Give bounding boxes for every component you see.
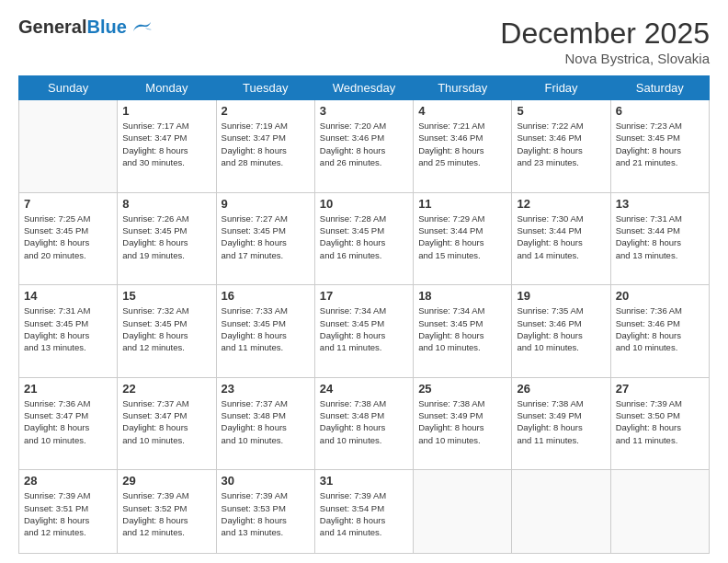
calendar-week-row: 28Sunrise: 7:39 AM Sunset: 3:51 PM Dayli… <box>19 470 710 554</box>
day-header-friday: Friday <box>512 76 610 100</box>
day-number: 29 <box>122 474 210 488</box>
cell-info: Sunrise: 7:38 AM Sunset: 3:49 PM Dayligh… <box>418 397 506 446</box>
logo-bird-icon <box>131 18 152 35</box>
cell-info: Sunrise: 7:39 AM Sunset: 3:51 PM Dayligh… <box>24 489 112 538</box>
calendar-cell: 8Sunrise: 7:26 AM Sunset: 3:45 PM Daylig… <box>118 192 216 285</box>
calendar-cell: 28Sunrise: 7:39 AM Sunset: 3:51 PM Dayli… <box>19 470 118 554</box>
calendar-cell: 15Sunrise: 7:32 AM Sunset: 3:45 PM Dayli… <box>118 285 216 378</box>
calendar-header-row: SundayMondayTuesdayWednesdayThursdayFrid… <box>19 76 710 100</box>
day-header-monday: Monday <box>118 76 216 100</box>
title-section: December 2025 Nova Bystrica, Slovakia <box>500 17 710 66</box>
day-number: 2 <box>222 104 310 118</box>
calendar-cell: 17Sunrise: 7:34 AM Sunset: 3:45 PM Dayli… <box>314 285 413 378</box>
logo: GeneralBlue <box>18 17 152 37</box>
calendar-cell: 3Sunrise: 7:20 AM Sunset: 3:46 PM Daylig… <box>314 100 413 193</box>
cell-info: Sunrise: 7:34 AM Sunset: 3:45 PM Dayligh… <box>418 304 506 353</box>
cell-info: Sunrise: 7:22 AM Sunset: 3:46 PM Dayligh… <box>517 120 605 168</box>
calendar-cell: 16Sunrise: 7:33 AM Sunset: 3:45 PM Dayli… <box>216 285 314 378</box>
day-number: 13 <box>616 197 704 211</box>
day-header-tuesday: Tuesday <box>216 76 314 100</box>
day-number: 18 <box>418 289 506 303</box>
calendar-cell <box>19 100 118 193</box>
calendar-cell: 29Sunrise: 7:39 AM Sunset: 3:52 PM Dayli… <box>118 470 216 554</box>
day-number: 5 <box>517 104 605 118</box>
logo-general: General <box>18 17 86 37</box>
cell-info: Sunrise: 7:36 AM Sunset: 3:46 PM Dayligh… <box>616 304 704 353</box>
day-number: 20 <box>616 289 704 303</box>
day-number: 27 <box>616 382 704 396</box>
cell-info: Sunrise: 7:31 AM Sunset: 3:45 PM Dayligh… <box>24 304 112 353</box>
cell-info: Sunrise: 7:38 AM Sunset: 3:48 PM Dayligh… <box>320 397 408 446</box>
calendar-cell: 12Sunrise: 7:30 AM Sunset: 3:44 PM Dayli… <box>512 192 610 285</box>
calendar-cell: 31Sunrise: 7:39 AM Sunset: 3:54 PM Dayli… <box>314 470 413 554</box>
calendar-cell: 9Sunrise: 7:27 AM Sunset: 3:45 PM Daylig… <box>216 192 314 285</box>
cell-info: Sunrise: 7:34 AM Sunset: 3:45 PM Dayligh… <box>320 304 408 353</box>
cell-info: Sunrise: 7:26 AM Sunset: 3:45 PM Dayligh… <box>122 213 210 261</box>
calendar-cell: 6Sunrise: 7:23 AM Sunset: 3:45 PM Daylig… <box>610 100 709 193</box>
calendar-cell: 19Sunrise: 7:35 AM Sunset: 3:46 PM Dayli… <box>512 285 610 378</box>
day-number: 28 <box>24 474 112 488</box>
day-header-sunday: Sunday <box>19 76 118 100</box>
cell-info: Sunrise: 7:37 AM Sunset: 3:47 PM Dayligh… <box>122 397 210 446</box>
day-number: 16 <box>222 289 310 303</box>
day-number: 22 <box>122 382 210 396</box>
day-number: 30 <box>222 474 310 488</box>
day-header-saturday: Saturday <box>610 76 709 100</box>
calendar-cell: 20Sunrise: 7:36 AM Sunset: 3:46 PM Dayli… <box>610 285 709 378</box>
page-container: GeneralBlue December 2025 Nova Bystrica,… <box>0 0 728 563</box>
day-number: 19 <box>517 289 605 303</box>
cell-info: Sunrise: 7:28 AM Sunset: 3:45 PM Dayligh… <box>320 213 408 261</box>
cell-info: Sunrise: 7:32 AM Sunset: 3:45 PM Dayligh… <box>122 304 210 353</box>
calendar-week-row: 7Sunrise: 7:25 AM Sunset: 3:45 PM Daylig… <box>19 192 710 285</box>
cell-info: Sunrise: 7:19 AM Sunset: 3:47 PM Dayligh… <box>222 120 310 168</box>
cell-info: Sunrise: 7:27 AM Sunset: 3:45 PM Dayligh… <box>222 213 310 261</box>
calendar-cell: 27Sunrise: 7:39 AM Sunset: 3:50 PM Dayli… <box>610 377 709 470</box>
calendar-week-row: 21Sunrise: 7:36 AM Sunset: 3:47 PM Dayli… <box>19 377 710 470</box>
day-number: 17 <box>320 289 408 303</box>
calendar-week-row: 1Sunrise: 7:17 AM Sunset: 3:47 PM Daylig… <box>19 100 710 193</box>
day-number: 1 <box>122 104 210 118</box>
calendar-cell: 18Sunrise: 7:34 AM Sunset: 3:45 PM Dayli… <box>414 285 512 378</box>
day-number: 10 <box>320 197 408 211</box>
location: Nova Bystrica, Slovakia <box>500 51 710 66</box>
calendar-cell: 23Sunrise: 7:37 AM Sunset: 3:48 PM Dayli… <box>216 377 314 470</box>
header: GeneralBlue December 2025 Nova Bystrica,… <box>18 17 710 66</box>
calendar-cell: 2Sunrise: 7:19 AM Sunset: 3:47 PM Daylig… <box>216 100 314 193</box>
day-number: 11 <box>418 197 506 211</box>
day-number: 25 <box>418 382 506 396</box>
day-number: 3 <box>320 104 408 118</box>
day-number: 8 <box>122 197 210 211</box>
day-number: 4 <box>418 104 506 118</box>
day-number: 21 <box>24 382 112 396</box>
calendar-cell: 7Sunrise: 7:25 AM Sunset: 3:45 PM Daylig… <box>19 192 118 285</box>
cell-info: Sunrise: 7:23 AM Sunset: 3:45 PM Dayligh… <box>616 120 704 168</box>
calendar-cell: 30Sunrise: 7:39 AM Sunset: 3:53 PM Dayli… <box>216 470 314 554</box>
cell-info: Sunrise: 7:20 AM Sunset: 3:46 PM Dayligh… <box>320 120 408 168</box>
cell-info: Sunrise: 7:21 AM Sunset: 3:46 PM Dayligh… <box>418 120 506 168</box>
cell-info: Sunrise: 7:38 AM Sunset: 3:49 PM Dayligh… <box>517 397 605 446</box>
cell-info: Sunrise: 7:31 AM Sunset: 3:44 PM Dayligh… <box>616 213 704 261</box>
cell-info: Sunrise: 7:39 AM Sunset: 3:54 PM Dayligh… <box>320 489 408 538</box>
calendar-cell <box>610 470 709 554</box>
cell-info: Sunrise: 7:29 AM Sunset: 3:44 PM Dayligh… <box>418 213 506 261</box>
logo-blue: Blue <box>86 17 126 37</box>
day-header-thursday: Thursday <box>414 76 512 100</box>
calendar-cell: 11Sunrise: 7:29 AM Sunset: 3:44 PM Dayli… <box>414 192 512 285</box>
cell-info: Sunrise: 7:39 AM Sunset: 3:53 PM Dayligh… <box>222 489 310 538</box>
calendar-cell: 13Sunrise: 7:31 AM Sunset: 3:44 PM Dayli… <box>610 192 709 285</box>
calendar-cell <box>512 470 610 554</box>
calendar-cell: 1Sunrise: 7:17 AM Sunset: 3:47 PM Daylig… <box>118 100 216 193</box>
cell-info: Sunrise: 7:39 AM Sunset: 3:50 PM Dayligh… <box>616 397 704 446</box>
calendar-cell: 25Sunrise: 7:38 AM Sunset: 3:49 PM Dayli… <box>414 377 512 470</box>
calendar-cell: 5Sunrise: 7:22 AM Sunset: 3:46 PM Daylig… <box>512 100 610 193</box>
day-number: 24 <box>320 382 408 396</box>
day-number: 31 <box>320 474 408 488</box>
cell-info: Sunrise: 7:39 AM Sunset: 3:52 PM Dayligh… <box>122 489 210 538</box>
day-number: 23 <box>222 382 310 396</box>
day-number: 7 <box>24 197 112 211</box>
day-header-wednesday: Wednesday <box>314 76 413 100</box>
cell-info: Sunrise: 7:37 AM Sunset: 3:48 PM Dayligh… <box>222 397 310 446</box>
day-number: 26 <box>517 382 605 396</box>
month-year: December 2025 <box>500 17 710 51</box>
calendar-week-row: 14Sunrise: 7:31 AM Sunset: 3:45 PM Dayli… <box>19 285 710 378</box>
